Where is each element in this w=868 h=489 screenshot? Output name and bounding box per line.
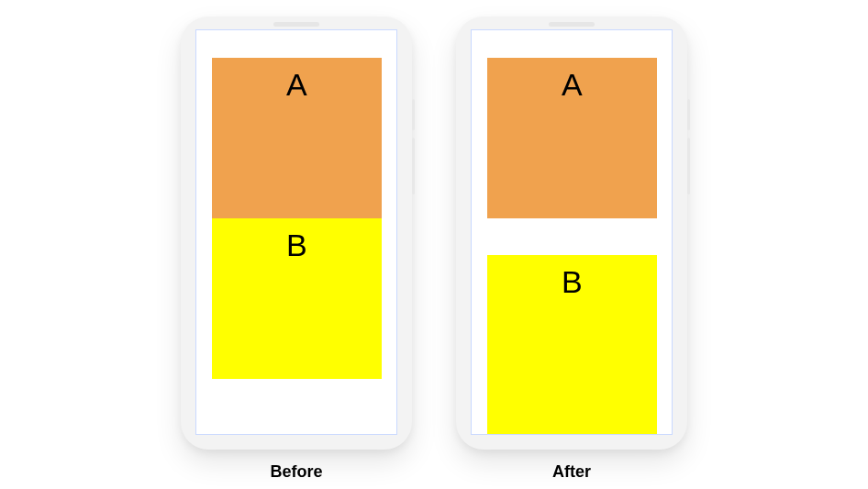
panel-caption-after: After (552, 462, 591, 482)
layout-box-a: A (487, 58, 657, 218)
phone-screen-before: A B (195, 29, 397, 435)
panel-caption-before: Before (270, 462, 322, 482)
panel-before: A B Before (181, 17, 412, 482)
phone-mockup-before: A B (181, 17, 412, 450)
panel-after: A B After (456, 17, 687, 482)
layout-box-b: B (487, 255, 657, 435)
diagram-stage: A B Before A B After (0, 0, 868, 489)
phone-side-button (687, 138, 690, 194)
phone-side-button (412, 99, 415, 130)
phone-side-button (412, 138, 415, 194)
phone-side-button (687, 99, 690, 130)
layout-box-a: A (212, 58, 382, 218)
phone-mockup-after: A B (456, 17, 687, 450)
phone-screen-after: A B (471, 29, 673, 435)
layout-box-b: B (212, 218, 382, 379)
